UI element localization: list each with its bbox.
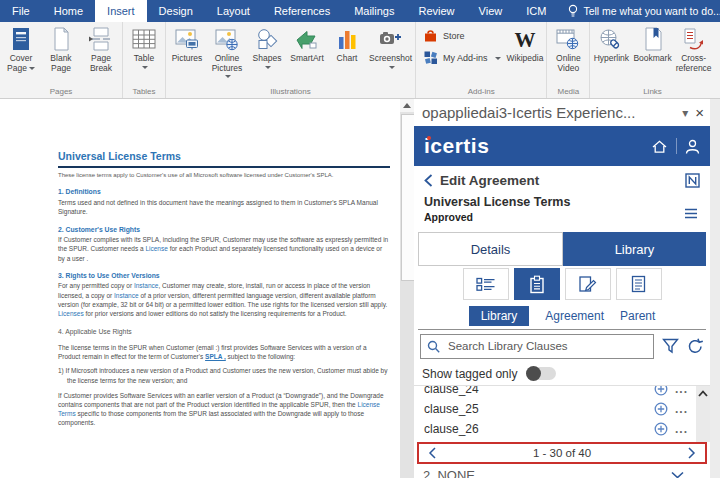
menu-tab-file[interactable]: File	[0, 0, 42, 22]
doc-paragraph: If Customer complies with its SPLA, incl…	[58, 235, 390, 263]
menu-tab-insert[interactable]: Insert	[95, 0, 147, 22]
clause-list-scrollbar[interactable]	[696, 386, 710, 442]
document-canvas[interactable]: Universal License Terms These license te…	[0, 99, 400, 478]
scroll-up-button[interactable]	[400, 99, 414, 112]
wikipedia-button[interactable]: W Wikipedia	[505, 24, 546, 64]
my-addins-button[interactable]: My Add-ins	[423, 50, 501, 65]
list-view-button[interactable]	[463, 268, 509, 300]
add-clause-icon[interactable]	[654, 386, 668, 396]
clause-more-icon[interactable]: ...	[675, 386, 688, 393]
back-chevron-icon[interactable]	[424, 174, 433, 187]
page-break-button[interactable]: Page Break	[81, 24, 121, 73]
add-clause-icon[interactable]	[654, 402, 668, 416]
list-icon	[476, 277, 496, 292]
menu-tab-layout[interactable]: Layout	[205, 0, 262, 22]
dropdown-arrow-icon	[265, 66, 271, 72]
menu-tab-icm[interactable]: ICM	[514, 0, 558, 22]
table-button[interactable]: Table	[124, 24, 164, 70]
doc-link[interactable]: License	[145, 245, 167, 252]
cover-page-button[interactable]: Cover Page	[1, 24, 41, 73]
search-input[interactable]	[446, 339, 647, 353]
subtab-agreement[interactable]: Agreement	[545, 309, 604, 323]
menu-tab-home[interactable]: Home	[42, 0, 95, 22]
tab-library[interactable]: Library	[563, 232, 706, 266]
document-scrollbar[interactable]	[400, 99, 414, 478]
screenshot-button[interactable]: Screenshot	[367, 24, 414, 70]
edit-document-button[interactable]	[565, 268, 611, 300]
group-label-addins: Add-ins	[417, 85, 545, 98]
bookmark-icon	[642, 26, 664, 54]
shapes-button[interactable]: Shapes	[247, 24, 287, 70]
online-pictures-button[interactable]: Online Pictures	[207, 24, 247, 79]
clause-row[interactable]: clause_26 ...	[414, 419, 710, 439]
agreement-title: Universal License Terms	[424, 194, 684, 211]
refresh-icon[interactable]	[687, 338, 704, 354]
cross-reference-icon	[682, 26, 706, 54]
doc-heading-4: 4. Applicable Use Rights	[58, 327, 390, 337]
doc-intro: These license terms apply to Customer's …	[58, 171, 390, 180]
document-lines-button[interactable]	[616, 268, 662, 300]
scrollbar-thumb[interactable]	[401, 114, 415, 281]
hamburger-menu-icon[interactable]	[684, 208, 698, 219]
clause-more-icon[interactable]: ...	[675, 405, 688, 413]
ribbon-group-illustrations: Pictures Online Pictures Shapes SmartArt	[166, 22, 416, 98]
ribbon: Cover Page Blank Page Page Break Pages	[0, 22, 720, 99]
search-box[interactable]	[420, 334, 654, 359]
subtab-library[interactable]: Library	[469, 306, 530, 326]
clause-name: clause_24	[424, 386, 647, 396]
clause-row[interactable]: clause_24 ...	[414, 386, 710, 399]
doc-link[interactable]: Instance	[134, 282, 159, 289]
clause-library-button[interactable]	[514, 268, 560, 300]
filter-icon[interactable]	[662, 338, 679, 354]
prev-page-button[interactable]	[428, 447, 436, 459]
clause-list: clause_24 ... clause_25 ... clause_26 ..…	[414, 386, 710, 442]
group-label-media: Media	[548, 85, 588, 98]
user-icon[interactable]	[685, 139, 700, 154]
scroll-up-chevron-icon[interactable]	[698, 390, 708, 442]
next-page-button[interactable]	[688, 447, 696, 459]
toggle-knob	[526, 366, 541, 381]
clause-row[interactable]: clause_25 ...	[414, 399, 710, 419]
ribbon-group-tables: Table Tables	[123, 22, 166, 98]
doc-link[interactable]: Licenses	[58, 310, 84, 317]
group-label-pages: Pages	[1, 85, 121, 98]
icertis-header: icertis	[414, 126, 710, 166]
menu-tab-references[interactable]: References	[262, 0, 342, 22]
menu-tab-design[interactable]: Design	[147, 0, 205, 22]
ribbon-group-addins: Store My Add-ins W Wikipedia Add-ins	[416, 22, 547, 98]
pane-close-icon[interactable]: ×	[695, 104, 704, 121]
store-button[interactable]: Store	[423, 28, 501, 43]
chevron-down-icon[interactable]	[671, 471, 684, 478]
pictures-icon	[174, 26, 200, 54]
subtab-parent[interactable]: Parent	[620, 309, 655, 323]
bookmark-button[interactable]: Bookmark	[631, 24, 673, 64]
shapes-icon	[255, 26, 279, 54]
show-tagged-row: Show tagged only	[414, 362, 710, 386]
smartart-button[interactable]: SmartArt	[287, 24, 327, 64]
home-icon[interactable]	[651, 139, 668, 154]
chart-button[interactable]: Chart	[327, 24, 367, 64]
doc-paragraph: Terms used and not defined in this docum…	[58, 198, 390, 216]
menu-tab-mailings[interactable]: Mailings	[342, 0, 406, 22]
doc-link[interactable]: Instance	[114, 292, 139, 299]
show-tagged-toggle[interactable]	[526, 367, 556, 380]
tell-me-box[interactable]: Tell me what you want to do...	[558, 0, 720, 22]
sync-note-icon[interactable]	[685, 173, 700, 188]
pane-menu-caret-icon[interactable]: ▾	[682, 106, 688, 120]
pagination-highlight: 1 - 30 of 40	[417, 442, 707, 464]
section-none-row[interactable]: 2. NONE	[414, 464, 710, 478]
online-video-button[interactable]: Online Video	[548, 24, 588, 73]
doc-link[interactable]: SPLA ,	[205, 353, 226, 360]
edit-agreement-label[interactable]: Edit Agreement	[440, 173, 678, 188]
menu-tab-view[interactable]: View	[467, 0, 515, 22]
cross-reference-button[interactable]: Cross- reference	[674, 24, 714, 73]
hyperlink-button[interactable]: Hyperlink	[591, 24, 631, 64]
task-pane-title: opappliedai3-Icertis Experienc...	[422, 104, 675, 121]
menu-tab-review[interactable]: Review	[407, 0, 467, 22]
tab-details[interactable]: Details	[418, 232, 563, 266]
blank-page-button[interactable]: Blank Page	[41, 24, 81, 73]
add-clause-icon[interactable]	[654, 422, 668, 436]
clause-more-icon[interactable]: ...	[675, 425, 688, 433]
pictures-button[interactable]: Pictures	[167, 24, 207, 64]
store-icon	[423, 28, 438, 43]
